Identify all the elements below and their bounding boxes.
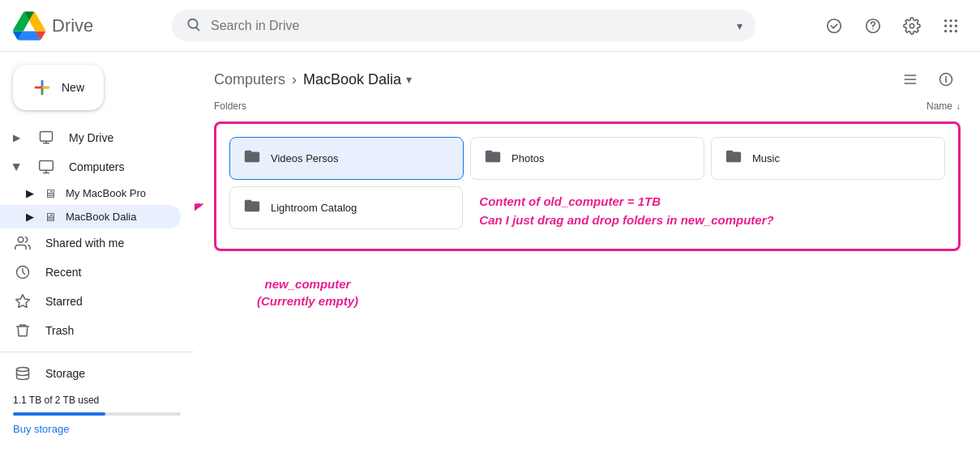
folders-grid-top: Videos Persos Photos Music (229, 137, 945, 180)
svg-point-4 (949, 19, 952, 21)
storage-icon (13, 365, 32, 382)
folder-name: Photos (511, 152, 544, 164)
svg-point-2 (872, 28, 873, 28)
sidebar-sub-item-label: MacBook Dalia (66, 211, 136, 223)
sidebar-sub-item-label: My MacBook Pro (66, 187, 146, 199)
breadcrumb-chevron-icon: ▾ (406, 73, 412, 86)
folder-item-videos-persos[interactable]: Videos Persos (229, 137, 464, 180)
new-button-label: New (62, 81, 84, 94)
sidebar-item-label: Computers (69, 160, 124, 173)
content-annotation: Content of old_computer = 1TB Can I just… (479, 193, 935, 229)
new-computer-label-text: new_computer(Currently empty) (257, 277, 358, 308)
sidebar-item-my-drive[interactable]: ▶ My Drive (0, 123, 181, 152)
sidebar-item-label: Recent (45, 266, 81, 279)
sidebar-item-recent[interactable]: Recent (0, 258, 181, 287)
drive-icon (36, 130, 56, 146)
sidebar-item-starred[interactable]: Starred (0, 287, 181, 316)
folder-icon (725, 147, 742, 169)
svg-point-6 (944, 24, 947, 27)
svg-point-18 (18, 237, 24, 243)
info-button[interactable] (931, 65, 961, 94)
new-computer-label: new_computer(Currently empty) (257, 258, 358, 309)
sidebar-item-label: Shared with me (45, 237, 124, 250)
breadcrumb: Computers › MacBook Dalia ▾ (214, 71, 412, 88)
sidebar-item-label: Trash (45, 324, 74, 337)
computer-small-icon: 🖥 (44, 210, 56, 224)
folder-item-music[interactable]: Music (711, 137, 945, 180)
search-icon (185, 16, 201, 35)
folder-icon (484, 147, 502, 169)
sidebar-item-storage[interactable]: Storage (0, 359, 181, 388)
sidebar-item-trash[interactable]: Trash (0, 316, 181, 345)
app-logo: Drive (13, 10, 159, 42)
search-bar[interactable]: ▾ (172, 10, 755, 41)
main-layout: New ▶ My Drive ▶ Computers ▶ 🖥 My MacBoo… (0, 52, 980, 465)
apps-grid-button[interactable] (935, 10, 967, 42)
expand-arrow-icon: ▶ (13, 132, 20, 143)
svg-rect-22 (905, 79, 917, 80)
svg-rect-16 (41, 132, 53, 142)
sidebar-item-label: Starred (45, 295, 83, 308)
annotation-line2: Can I just drag and drop folders in new_… (479, 211, 935, 230)
trash-icon (13, 322, 32, 339)
folder-name: Music (752, 152, 780, 164)
topbar: Drive ▾ (0, 0, 980, 52)
sort-arrow-icon: ↓ (956, 100, 961, 112)
star-icon (13, 293, 32, 309)
new-button[interactable]: New (13, 65, 104, 110)
svg-rect-23 (905, 83, 917, 84)
search-input[interactable] (211, 19, 727, 33)
folders-header: Folders Name ↓ (214, 100, 961, 112)
folder-icon (243, 147, 261, 169)
sidebar-sub-item-macbook-pro[interactable]: ▶ 🖥 My MacBook Pro (0, 181, 181, 205)
breadcrumb-current[interactable]: MacBook Dalia ▾ (303, 71, 412, 88)
svg-point-0 (828, 19, 841, 32)
topbar-actions (818, 10, 967, 42)
pink-arrow-svg (195, 189, 233, 286)
storage-bar (13, 412, 105, 416)
sidebar-item-shared[interactable]: Shared with me (0, 228, 181, 258)
svg-point-8 (955, 24, 957, 27)
breadcrumb-current-text: MacBook Dalia (303, 71, 401, 88)
help-button[interactable] (857, 10, 889, 42)
search-chevron-icon[interactable]: ▾ (737, 19, 742, 32)
clock-icon (13, 264, 32, 280)
content-area: Computers › MacBook Dalia ▾ Folders (195, 52, 980, 465)
folders-section: Folders Name ↓ Videos Persos (195, 100, 980, 251)
folder-icon (243, 197, 261, 219)
computer-icon (36, 159, 56, 175)
breadcrumb-root[interactable]: Computers (214, 71, 285, 88)
computer-small-icon: 🖥 (44, 186, 56, 200)
people-icon (13, 235, 32, 251)
svg-point-7 (949, 24, 952, 27)
buy-storage-link[interactable]: Buy storage (13, 423, 69, 435)
sub-expand-arrow-icon: ▶ (26, 187, 34, 199)
settings-button[interactable] (896, 10, 928, 42)
svg-point-9 (944, 29, 947, 32)
sub-expand-arrow-icon: ▶ (26, 211, 34, 223)
sidebar-sub-item-macbook-dalia[interactable]: ▶ 🖥 MacBook Dalia (0, 205, 181, 228)
svg-rect-17 (40, 161, 53, 171)
check-circle-button[interactable] (818, 10, 850, 42)
svg-point-3 (944, 19, 947, 21)
main-content-box: Videos Persos Photos Music (214, 122, 961, 251)
folder-item-photos[interactable]: Photos (470, 137, 704, 180)
folder-name: Lightroom Catalog (271, 202, 357, 214)
list-view-button[interactable] (896, 65, 925, 94)
drive-logo-icon (13, 10, 45, 42)
annotation-line1: Content of old_computer = 1TB (479, 193, 935, 211)
folder-name: Videos Persos (271, 152, 339, 164)
sidebar-item-label: My Drive (69, 131, 113, 144)
svg-rect-21 (905, 75, 917, 76)
storage-used-text: 1.1 TB of 2 TB used (13, 395, 181, 406)
storage-section: 1.1 TB of 2 TB used Buy storage (0, 388, 194, 442)
sort-by-name[interactable]: Name ↓ (927, 100, 961, 112)
sort-label: Name (927, 100, 952, 112)
sidebar-storage-label: Storage (45, 367, 85, 380)
plus-icon (32, 78, 52, 97)
sidebar-item-computers[interactable]: ▶ Computers (0, 152, 181, 181)
sidebar: New ▶ My Drive ▶ Computers ▶ 🖥 My MacBoo… (0, 52, 195, 465)
folder-item-lightroom[interactable]: Lightroom Catalog (229, 186, 463, 229)
content-header-actions (896, 65, 961, 94)
expand-arrow-icon: ▶ (11, 164, 23, 171)
